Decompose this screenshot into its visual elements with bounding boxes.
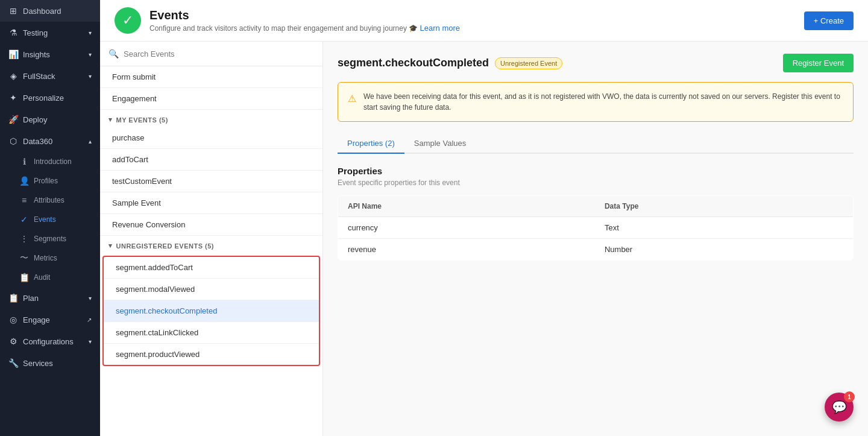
warning-icon: ⚠ [348,92,356,113]
chevron-down-icon: ▾ [89,338,92,345]
header-left: ✓ Events Configure and track visitors ac… [115,7,460,34]
sidebar-item-testing[interactable]: ⚗ Testing ▾ [0,22,100,43]
sidebar-item-attributes[interactable]: ≡ Attributes [0,191,100,210]
sidebar-item-segments[interactable]: ⋮ Segments [0,229,100,248]
sidebar-item-label: Engage [23,315,50,324]
sidebar-sub-item-label: Profiles [34,177,58,185]
tab-sample-values[interactable]: Sample Values [404,134,476,154]
sidebar-item-configurations[interactable]: ⚙ Configurations ▾ [0,330,100,352]
insights-icon: 📊 [8,49,18,59]
properties-subtitle: Event specific properties for this event [338,179,854,187]
sidebar-item-label: Plan [23,294,39,303]
sidebar-item-label: Insights [23,50,50,59]
search-icon: 🔍 [108,49,119,58]
events-icon: ✓ [19,215,29,224]
table-row: currency Text [338,217,854,239]
list-item[interactable]: addToCart [100,149,322,171]
sidebar-item-label: Personalize [23,93,64,103]
list-item[interactable]: testCustomEvent [100,171,322,192]
sidebar-item-introduction[interactable]: ℹ Introduction [0,152,100,171]
sidebar-item-data360[interactable]: ⬡ Data360 ▴ [0,130,100,152]
list-item[interactable]: purchase [100,127,322,149]
sidebar-item-services[interactable]: 🔧 Services [0,352,100,374]
engage-icon: ◎ [8,315,18,324]
tab-properties[interactable]: Properties (2) [338,134,404,154]
register-event-button[interactable]: Register Event [783,54,854,72]
services-icon: 🔧 [8,358,18,368]
list-item[interactable]: Revenue Conversion [100,214,322,236]
testing-icon: ⚗ [8,28,18,37]
properties-table: API Name Data Type currency Text revenue… [338,195,854,261]
my-events-section-header: ▾ MY EVENTS (5) [100,110,322,127]
chat-bubble[interactable]: 💬 1 [825,393,854,422]
sidebar-item-deploy[interactable]: 🚀 Deploy [0,109,100,130]
chevron-up-icon: ▴ [89,138,92,145]
table-cell-api-name: currency [338,217,595,239]
tabs: Properties (2) Sample Values [338,134,854,154]
sidebar-item-label: Configurations [23,337,74,346]
configurations-icon: ⚙ [8,336,18,346]
search-input[interactable] [124,49,314,58]
sidebar-sub-item-label: Audit [34,273,50,282]
personalize-icon: ✦ [8,93,18,103]
table-cell-data-type: Text [595,217,854,239]
main-content: ✓ Events Configure and track visitors ac… [100,0,868,436]
sidebar-item-insights[interactable]: 📊 Insights ▾ [0,43,100,65]
list-item[interactable]: Form submit [100,66,322,88]
sidebar-item-audit[interactable]: 📋 Audit [0,268,100,287]
segments-icon: ⋮ [19,234,29,244]
list-item[interactable]: segment.checkoutCompleted [104,300,319,322]
sidebar-item-plan[interactable]: 📋 Plan ▾ [0,287,100,309]
sidebar-item-label: Services [23,359,53,368]
sidebar-item-fullstack[interactable]: ◈ FullStack ▾ [0,65,100,87]
sidebar-item-dashboard[interactable]: ⊞ Dashboard [0,0,100,22]
properties-title: Properties [338,166,854,176]
events-header-icon: ✓ [115,7,141,34]
list-item[interactable]: Engagement [100,88,322,110]
external-link-icon: ↗ [87,317,92,323]
sidebar-item-label: FullStack [23,72,55,81]
sidebar-item-label: Deploy [23,115,47,124]
sidebar-item-profiles[interactable]: 👤 Profiles [0,171,100,191]
dashboard-icon: ⊞ [8,6,18,16]
create-button[interactable]: + Create [804,11,854,30]
chevron-down-icon: ▾ [89,73,92,80]
plan-icon: 📋 [8,293,18,303]
learn-more-link[interactable]: Learn more [420,24,460,33]
sidebar-sub-item-label: Metrics [34,254,57,262]
chevron-down-icon: ▾ [108,116,113,124]
chevron-down-icon: ▾ [89,30,92,36]
sidebar-sub-item-label: Attributes [34,196,64,204]
warning-box: ⚠ We have been receiving data for this e… [338,82,854,122]
page-title: Events [149,8,460,22]
left-panel: 🔍 Form submit Engagement ▾ MY EVENTS (5)… [100,42,323,436]
sidebar-item-label: Testing [23,28,48,37]
list-item[interactable]: segment.addedToCart [104,257,319,279]
content-area: 🔍 Form submit Engagement ▾ MY EVENTS (5)… [100,42,868,436]
unregistered-badge: Unregistered Event [495,57,562,69]
sidebar-item-metrics[interactable]: 〜 Metrics [0,248,100,268]
page-subtitle: Configure and track visitors activity to… [149,24,460,33]
fullstack-icon: ◈ [8,71,18,81]
warning-text: We have been receiving data for this eve… [363,91,843,113]
list-item[interactable]: segment.ctaLinkClicked [104,322,319,344]
chat-badge: 1 [844,391,855,402]
header-info: Events Configure and track visitors acti… [149,8,460,33]
introduction-icon: ℹ [19,157,29,166]
deploy-icon: 🚀 [8,115,18,124]
sidebar-item-personalize[interactable]: ✦ Personalize [0,87,100,109]
section-title: MY EVENTS (5) [116,116,168,124]
sidebar-item-label: Data360 [23,137,52,146]
section-title: UNREGISTERED EVENTS (5) [116,242,214,250]
list-item[interactable]: segment.productViewed [104,344,319,365]
sidebar: ⊞ Dashboard ⚗ Testing ▾ 📊 Insights ▾ ◈ F… [0,0,100,436]
sidebar-item-engage[interactable]: ◎ Engage ↗ [0,309,100,330]
metrics-icon: 〜 [19,253,29,263]
audit-icon: 📋 [19,273,29,282]
attributes-icon: ≡ [19,195,29,205]
table-header-data-type: Data Type [595,196,854,217]
list-item[interactable]: segment.modalViewed [104,279,319,300]
event-header: segment.checkoutCompleted Unregistered E… [338,54,854,72]
sidebar-item-events[interactable]: ✓ Events [0,210,100,229]
list-item[interactable]: Sample Event [100,192,322,214]
